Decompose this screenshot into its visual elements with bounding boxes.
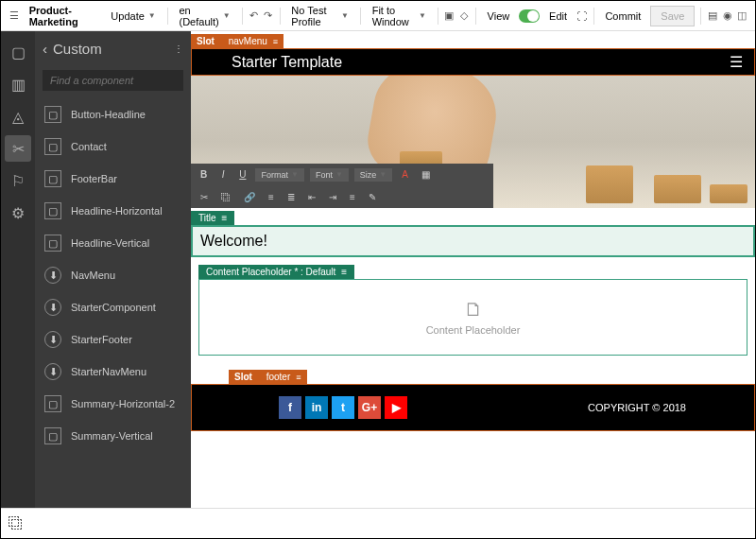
rail-pages-icon[interactable]: ▢ bbox=[5, 39, 31, 65]
title-menu-icon[interactable]: ≡ bbox=[222, 213, 228, 223]
rte-italic[interactable]: I bbox=[216, 167, 230, 182]
comment-icon[interactable]: ▤ bbox=[707, 9, 718, 24]
content-placeholder-tag[interactable]: Content Placeholder * : Default≡ bbox=[198, 265, 354, 279]
test-profile-dropdown[interactable]: No Test Profile▼ bbox=[285, 2, 354, 30]
component-icon: ▢ bbox=[44, 427, 61, 444]
search-input[interactable] bbox=[43, 70, 183, 91]
sidebar-header[interactable]: ‹ Custom ⋮ bbox=[35, 31, 191, 66]
rte-ol-icon[interactable]: ≣ bbox=[284, 190, 299, 204]
rail-3d-icon[interactable]: ◬ bbox=[5, 103, 31, 130]
youtube-icon[interactable]: ▶ bbox=[385, 396, 407, 419]
slot-footer-tag[interactable]: Slot footer ≡ bbox=[229, 370, 307, 384]
components-sidebar: ‹ Custom ⋮ ▢Button-Headline▢Contact▢Foot… bbox=[35, 31, 191, 508]
sidebar-menu-icon[interactable]: ⋮ bbox=[174, 43, 183, 54]
rte-format[interactable]: Format▼ bbox=[255, 168, 303, 182]
top-toolbar: ☰ Product-Marketing Update▼ en (Default)… bbox=[1, 1, 755, 31]
nav-bar: Starter Template ☰ bbox=[191, 48, 755, 76]
edit-label: Edit bbox=[543, 8, 573, 25]
chevron-left-icon: ‹ bbox=[43, 41, 47, 57]
component-icon: ⬇ bbox=[44, 267, 61, 284]
component-icon: ⬇ bbox=[44, 299, 61, 316]
view-label: View bbox=[482, 8, 516, 25]
rte-cut-icon[interactable]: ✂ bbox=[197, 190, 212, 204]
fit-dropdown[interactable]: Fit to Window▼ bbox=[367, 2, 432, 30]
rte-color[interactable]: A bbox=[398, 167, 412, 182]
canvas-area: Slot navMenu ≡ Starter Template ☰ B I U … bbox=[191, 31, 755, 508]
rte-link-icon[interactable]: 🔗 bbox=[240, 190, 259, 204]
nav-title: Starter Template bbox=[203, 54, 342, 71]
component-item[interactable]: ▢Button-Headline bbox=[35, 98, 191, 130]
hero-image: B I U Format▼ Font▼ Size▼ A ▦ ✂ ⿻ 🔗 ≡ ≣ … bbox=[191, 76, 755, 208]
rail-settings-icon[interactable]: ⚙ bbox=[5, 200, 31, 226]
social-icons: f in t G+ ▶ bbox=[279, 396, 407, 419]
component-item[interactable]: ⬇StarterFooter bbox=[35, 323, 191, 356]
rte-palette-icon[interactable]: ▦ bbox=[418, 167, 434, 182]
rte-bold[interactable]: B bbox=[197, 167, 211, 182]
component-label: StarterNavMenu bbox=[71, 366, 146, 377]
pin-icon[interactable]: ◉ bbox=[722, 9, 733, 24]
rail-layout-icon[interactable]: ▥ bbox=[5, 71, 31, 97]
rte-indent-icon[interactable]: ⇥ bbox=[325, 190, 340, 204]
save-button[interactable]: Save bbox=[650, 6, 695, 26]
component-item[interactable]: ⬇NavMenu bbox=[35, 259, 191, 291]
component-icon: ▢ bbox=[44, 202, 61, 219]
hamburger-icon[interactable]: ☰ bbox=[730, 53, 743, 71]
component-item[interactable]: ⬇StarterNavMenu bbox=[35, 356, 191, 388]
rail-components-icon[interactable]: ✂ bbox=[5, 135, 31, 162]
slot-menu-icon[interactable]: ≡ bbox=[273, 37, 278, 46]
component-label: StarterComponent bbox=[71, 302, 156, 313]
twitter-icon[interactable]: t bbox=[332, 396, 354, 419]
menu-icon[interactable]: ☰ bbox=[9, 9, 20, 24]
stack-icon[interactable]: ⿻ bbox=[9, 516, 24, 531]
rte-clear-icon[interactable]: ✎ bbox=[365, 190, 380, 204]
linkedin-icon[interactable]: in bbox=[305, 396, 328, 419]
rte-outdent-icon[interactable]: ⇤ bbox=[304, 190, 319, 204]
component-item[interactable]: ▢Summary-Vertical bbox=[35, 420, 191, 452]
rte-copy-icon[interactable]: ⿻ bbox=[217, 190, 234, 204]
mode-icon[interactable]: ▣ bbox=[444, 9, 455, 24]
product-selector[interactable]: Product-Marketing bbox=[24, 2, 102, 30]
copyright-text: COPYRIGHT © 2018 bbox=[588, 402, 686, 413]
component-label: FooterBar bbox=[71, 173, 117, 184]
panel-icon[interactable]: ◫ bbox=[736, 9, 747, 24]
component-item[interactable]: ▢Contact bbox=[35, 130, 191, 163]
title-input[interactable]: Welcome! bbox=[191, 225, 755, 257]
googleplus-icon[interactable]: G+ bbox=[358, 396, 381, 419]
rail-flag-icon[interactable]: ⚐ bbox=[5, 167, 31, 194]
facebook-icon[interactable]: f bbox=[279, 396, 301, 419]
component-item[interactable]: ⬇StarterComponent bbox=[35, 291, 191, 323]
commit-button[interactable]: Commit bbox=[599, 8, 646, 25]
bottom-bar: ⿻ bbox=[1, 508, 755, 538]
title-tag[interactable]: Title≡ bbox=[191, 211, 234, 225]
footer-bar: f in t G+ ▶ COPYRIGHT © 2018 bbox=[191, 384, 755, 431]
cp-menu-icon[interactable]: ≡ bbox=[341, 267, 347, 277]
component-item[interactable]: ▢Headline-Vertical bbox=[35, 227, 191, 259]
fullscreen-icon[interactable]: ⛶ bbox=[576, 9, 588, 24]
undo-icon[interactable]: ↶ bbox=[248, 9, 259, 24]
sidebar-title: Custom bbox=[53, 41, 102, 57]
left-rail: ▢ ▥ ◬ ✂ ⚐ ⚙ bbox=[1, 31, 35, 508]
update-dropdown[interactable]: Update▼ bbox=[105, 8, 161, 25]
component-label: Summary-Horizontal-2 bbox=[71, 398, 175, 409]
content-placeholder[interactable]: 🗋 Content Placeholder bbox=[198, 279, 747, 356]
redo-icon[interactable]: ↷ bbox=[263, 9, 274, 24]
rte-underline[interactable]: U bbox=[235, 167, 249, 182]
rte-align-icon[interactable]: ≡ bbox=[346, 190, 359, 204]
tag-icon[interactable]: ◇ bbox=[458, 9, 470, 24]
component-icon: ⬇ bbox=[44, 331, 61, 348]
component-item[interactable]: ▢Summary-Horizontal-2 bbox=[35, 388, 191, 420]
component-label: Headline-Horizontal bbox=[71, 205, 163, 217]
component-icon: ⬇ bbox=[44, 363, 61, 380]
component-label: Headline-Vertical bbox=[71, 237, 149, 249]
slot-nav-tag[interactable]: Slot navMenu ≡ bbox=[191, 34, 284, 48]
locale-dropdown[interactable]: en (Default)▼ bbox=[174, 2, 236, 30]
rte-size[interactable]: Size▼ bbox=[354, 168, 392, 182]
rte-ul-icon[interactable]: ≡ bbox=[265, 190, 278, 204]
component-label: NavMenu bbox=[71, 270, 115, 281]
view-edit-toggle[interactable] bbox=[519, 9, 540, 23]
component-item[interactable]: ▢FooterBar bbox=[35, 163, 191, 195]
rte-font[interactable]: Font▼ bbox=[310, 168, 349, 182]
component-label: Summary-Vertical bbox=[71, 430, 153, 442]
component-item[interactable]: ▢Headline-Horizontal bbox=[35, 195, 191, 227]
slot-footer-menu-icon[interactable]: ≡ bbox=[296, 373, 301, 382]
